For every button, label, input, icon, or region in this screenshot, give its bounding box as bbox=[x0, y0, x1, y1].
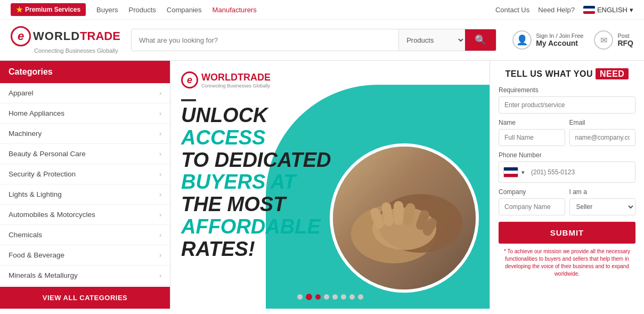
post-label: Post bbox=[617, 33, 633, 39]
requirements-input[interactable] bbox=[499, 96, 635, 114]
sidebar-item-label: Security & Protection bbox=[9, 170, 76, 178]
rp-title: TELL US WHAT YOU NEED bbox=[499, 69, 635, 79]
contact-us-link[interactable]: Contact Us bbox=[495, 6, 529, 14]
rfq-area[interactable]: ✉ Post RFQ bbox=[594, 30, 633, 50]
banner-logo-trade: TRADE bbox=[238, 72, 271, 83]
banner-logo: e WORLDTRADE Connecting Businesses Globa… bbox=[181, 71, 331, 88]
sidebar-item-chemicals[interactable]: Chemicals › bbox=[0, 225, 170, 245]
sidebar-item-home-appliances[interactable]: Home Appliances › bbox=[0, 103, 170, 124]
sign-in-label: Sign In / Join Free bbox=[536, 33, 583, 39]
role-select[interactable]: Seller Buyer bbox=[569, 198, 636, 215]
site-header: e WORLDTRADE Connecting Businesses Globa… bbox=[0, 20, 644, 61]
dot-7[interactable] bbox=[349, 294, 355, 300]
sidebar: Categories Apparel › Home Appliances › M… bbox=[0, 61, 170, 309]
handshake-image bbox=[330, 143, 479, 293]
sidebar-item-lights[interactable]: Lights & Lighting › bbox=[0, 184, 170, 205]
premium-services-button[interactable]: ★ Premium Services bbox=[11, 3, 86, 16]
email-input[interactable] bbox=[569, 129, 636, 146]
dot-2[interactable] bbox=[306, 294, 312, 300]
main-content: Categories Apparel › Home Appliances › M… bbox=[0, 61, 644, 309]
banner-logo-world: WORLD bbox=[201, 72, 238, 83]
sidebar-item-security[interactable]: Security & Protection › bbox=[0, 164, 170, 184]
banner-logo-e-icon: e bbox=[181, 71, 198, 88]
phone-label: Phone Number bbox=[499, 151, 635, 159]
headline-line3: TO DEDICATED bbox=[181, 149, 331, 172]
sidebar-item-automobiles[interactable]: Automobiles & Motorcycles › bbox=[0, 205, 170, 225]
rp-title-highlight: NEED bbox=[596, 68, 629, 79]
sidebar-item-machinery[interactable]: Machinery › bbox=[0, 124, 170, 144]
chevron-right-icon: › bbox=[159, 150, 161, 158]
search-icon: 🔍 bbox=[475, 34, 486, 46]
search-input[interactable] bbox=[132, 29, 398, 51]
headline-line6: AFFORDABLE bbox=[181, 216, 331, 238]
language-label: ENGLISH bbox=[597, 6, 627, 14]
sidebar-item-beauty[interactable]: Beauty & Personal Care › bbox=[0, 144, 170, 164]
sidebar-item-label: Minerals & Metallurgy bbox=[9, 271, 78, 279]
sidebar-item-label: Lights & Lighting bbox=[9, 190, 62, 198]
nav-manufacturers[interactable]: Manufacturers bbox=[213, 6, 257, 14]
submit-button[interactable]: SUBMIT bbox=[499, 222, 635, 244]
phone-country-dropdown[interactable]: ▾ bbox=[521, 169, 525, 176]
company-input[interactable] bbox=[499, 198, 565, 215]
sidebar-item-minerals[interactable]: Minerals & Metallurgy › bbox=[0, 265, 170, 286]
sidebar-item-apparel[interactable]: Apparel › bbox=[0, 83, 170, 103]
logo-tagline: Connecting Businesses Globally bbox=[34, 47, 118, 54]
banner-logo-wordmark: WORLDTRADE bbox=[201, 72, 271, 83]
dot-5[interactable] bbox=[332, 294, 338, 300]
sidebar-item-food[interactable]: Food & Beverage › bbox=[0, 245, 170, 265]
account-icon: 👤 bbox=[512, 30, 532, 50]
dot-4[interactable] bbox=[324, 294, 329, 300]
logo[interactable]: e WORLDTRADE Connecting Businesses Globa… bbox=[11, 26, 120, 54]
name-label: Name bbox=[499, 119, 565, 126]
company-label: Company bbox=[499, 188, 565, 196]
search-category-select[interactable]: Products Companies Manufacturers bbox=[399, 29, 465, 51]
headline-line7: RATES! bbox=[181, 238, 331, 261]
dot-8[interactable] bbox=[358, 294, 363, 300]
right-panel: TELL US WHAT YOU NEED Requirements Name … bbox=[490, 61, 644, 309]
svg-rect-5 bbox=[394, 201, 403, 225]
us-flag-icon bbox=[583, 6, 595, 14]
chevron-right-icon: › bbox=[159, 272, 161, 279]
name-email-row: Name Email bbox=[499, 114, 635, 146]
nav-companies[interactable]: Companies bbox=[167, 6, 202, 14]
top-nav-right: Contact Us Need Help? ENGLISH ▾ bbox=[495, 6, 633, 14]
name-input[interactable] bbox=[499, 129, 565, 146]
language-selector[interactable]: ENGLISH ▾ bbox=[583, 6, 633, 14]
email-label: Email bbox=[569, 119, 636, 126]
phone-input[interactable] bbox=[527, 165, 631, 180]
logo-e-icon: e bbox=[11, 26, 31, 46]
chevron-right-icon: › bbox=[159, 130, 161, 138]
sidebar-header: Categories bbox=[0, 61, 170, 83]
headline-line5: THE MOST bbox=[181, 194, 331, 216]
chevron-right-icon: › bbox=[159, 191, 161, 198]
logo-world: WORLD bbox=[33, 29, 80, 43]
need-help-link[interactable]: Need Help? bbox=[538, 6, 575, 14]
headline-line2: ACCESS bbox=[181, 127, 331, 149]
sidebar-item-label: Chemicals bbox=[9, 231, 42, 239]
sidebar-item-label: Machinery bbox=[9, 130, 42, 138]
premium-label: Premium Services bbox=[25, 6, 80, 13]
banner-logo-tagline: Connecting Businesses Globally bbox=[201, 83, 271, 88]
logo-trade: TRADE bbox=[80, 29, 120, 43]
rp-title-prefix: TELL US WHAT YOU bbox=[506, 69, 596, 78]
nav-products[interactable]: Products bbox=[129, 6, 156, 14]
rfq-label: RFQ bbox=[617, 39, 633, 47]
nav-buyers[interactable]: Buyers bbox=[96, 6, 118, 14]
sidebar-item-label: Food & Beverage bbox=[9, 251, 64, 259]
banner-content: e WORLDTRADE Connecting Businesses Globa… bbox=[181, 71, 331, 261]
top-nav-links: Buyers Products Companies Manufacturers bbox=[96, 6, 485, 14]
banner-dots bbox=[297, 294, 363, 300]
chevron-right-icon: › bbox=[159, 252, 161, 259]
chevron-down-icon: ▾ bbox=[630, 6, 633, 14]
view-all-categories-button[interactable]: VIEW ALL CATEGORIES bbox=[0, 287, 170, 309]
top-nav: ★ Premium Services Buyers Products Compa… bbox=[0, 0, 644, 20]
account-area[interactable]: 👤 Sign In / Join Free My Account bbox=[512, 30, 583, 50]
dot-3[interactable] bbox=[315, 294, 321, 300]
dot-6[interactable] bbox=[341, 294, 346, 300]
search-button[interactable]: 🔍 bbox=[465, 29, 496, 51]
chevron-right-icon: › bbox=[159, 110, 161, 117]
dot-1[interactable] bbox=[297, 294, 303, 300]
search-bar: Products Companies Manufacturers 🔍 bbox=[131, 29, 496, 51]
star-icon: ★ bbox=[16, 5, 23, 14]
banner-dash bbox=[181, 99, 196, 101]
